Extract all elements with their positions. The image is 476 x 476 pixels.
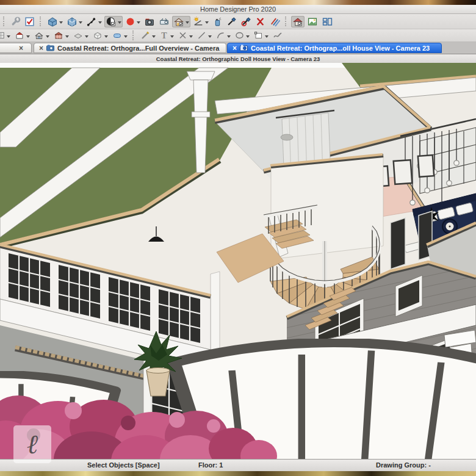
wall-strip: [211, 272, 220, 359]
desktop-background-bottom: [0, 471, 476, 476]
material-eyedropper-icon[interactable]: [239, 16, 253, 27]
status-tool-hint: Select Objects [Space]: [87, 461, 160, 469]
window-titlebar: Home Designer Pro 2020: [0, 5, 476, 14]
app-window: Home Designer Pro 2020: [0, 0, 476, 476]
spline-tool-icon[interactable]: [271, 30, 284, 41]
preferences-dialog-icon[interactable]: [23, 16, 36, 27]
camera-tab-icon: [46, 45, 54, 51]
toolbar-grip[interactable]: [285, 16, 287, 26]
sun-angle-icon[interactable]: [192, 16, 210, 27]
marker-tool-icon[interactable]: [176, 30, 194, 41]
glass-house-view-icon[interactable]: [13, 30, 31, 41]
line-tool-icon[interactable]: [195, 30, 213, 41]
arc-tool-icon[interactable]: [214, 30, 232, 41]
doll-house-view-icon[interactable]: [52, 30, 70, 41]
close-icon[interactable]: ×: [39, 45, 43, 52]
watermark-letter: ℓ: [27, 431, 38, 458]
toolbar-grip[interactable]: [3, 16, 5, 26]
dollhouse-3d-view[interactable]: [0, 63, 476, 459]
svg-text:T: T: [161, 31, 167, 40]
wrench-icon[interactable]: [9, 16, 22, 27]
round-table: [281, 134, 293, 140]
room-box-icon[interactable]: [91, 30, 109, 41]
toolbar-main: [0, 14, 476, 29]
window-title: Home Designer Pro 2020: [200, 5, 276, 13]
view-tab-bar: × × Coastal Retreat: Orthogra...Full Ove…: [0, 42, 476, 54]
box-tool-icon[interactable]: [252, 30, 270, 41]
dimension-tool-icon[interactable]: [139, 30, 157, 41]
perspective-crop-view-icon[interactable]: [65, 16, 84, 27]
tab-camera-22[interactable]: × Coastal Retreat: Orthogra...Full Overv…: [34, 43, 226, 53]
window-layout-icon[interactable]: [320, 16, 334, 27]
view-options-toggle-icon[interactable]: [291, 16, 305, 27]
import-picture-icon[interactable]: [306, 16, 319, 27]
display-options-icon[interactable]: [172, 16, 190, 27]
status-drawing-group: Drawing Group: -: [376, 461, 431, 469]
toolbar-grip[interactable]: [132, 31, 135, 40]
view-window-title: Coastal Retreat: Orthographic Doll House…: [156, 56, 320, 62]
projector-presentation-icon[interactable]: [157, 16, 171, 27]
color-eyedropper-icon[interactable]: [225, 16, 238, 27]
text-tool-icon[interactable]: T: [158, 30, 175, 41]
rendering-technique-icon[interactable]: [104, 16, 123, 27]
tab-label: Coastal Retreat: Orthogra...Full Overvie…: [57, 45, 221, 52]
record-walkthrough-icon[interactable]: [124, 16, 142, 27]
elevation-view-icon[interactable]: [32, 30, 51, 41]
close-icon[interactable]: ×: [233, 45, 237, 52]
desktop-background-top: [0, 0, 476, 5]
status-floor: Floor: 1: [198, 461, 223, 469]
toolbar-build: T: [0, 29, 476, 42]
hatch-pattern-icon[interactable]: [268, 16, 281, 27]
toolbar-grip[interactable]: [40, 16, 42, 26]
brand-watermark: ℓ: [13, 425, 51, 463]
status-bar: Select Objects [Space] Floor: 1 Drawing …: [0, 459, 476, 472]
cabinet-tool-icon[interactable]: [0, 30, 12, 41]
tab-label: Coastal Retreat: Orthograp...oll House V…: [251, 45, 430, 52]
camera-tab-icon: [240, 45, 248, 51]
adjust-tool-icon[interactable]: [85, 16, 103, 27]
drawing-canvas[interactable]: [0, 63, 476, 459]
spray-can-icon[interactable]: [211, 16, 224, 27]
screenshot-camera-icon[interactable]: [143, 16, 156, 27]
view-window-titlebar: Coastal Retreat: Orthographic Doll House…: [0, 54, 476, 63]
tab-hidden-stub[interactable]: ×: [0, 43, 32, 53]
soffit-tool-icon[interactable]: [110, 30, 129, 41]
circle-tool-icon[interactable]: [233, 30, 251, 41]
close-icon[interactable]: ×: [19, 45, 23, 52]
camera-view-icon[interactable]: [46, 16, 64, 27]
delete-object-icon[interactable]: [254, 16, 267, 27]
floor-platform-icon[interactable]: [71, 30, 90, 41]
tab-camera-23[interactable]: × Coastal Retreat: Orthograp...oll House…: [227, 43, 442, 53]
